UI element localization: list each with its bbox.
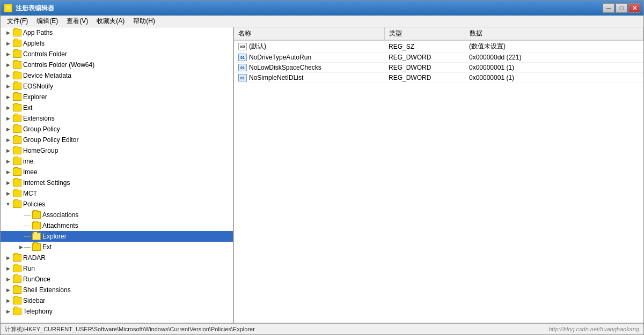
tree-toggle-internet-settings[interactable]: ▶	[5, 180, 11, 186]
minimize-button[interactable]: ─	[603, 3, 614, 13]
tree-item-internet-settings[interactable]: ▶ Internet Settings	[1, 177, 233, 188]
tree-item-eosnotify[interactable]: ▶ EOSNotify	[1, 81, 233, 92]
tree-toggle-mct[interactable]: ▶	[5, 190, 11, 197]
tree-label-imee: Imee	[23, 168, 38, 176]
tree-toggle-controls-folder-wow64[interactable]: ▶	[5, 62, 11, 68]
tree-item-ext[interactable]: ▶ Ext	[1, 102, 233, 113]
tree-label-controls-folder: Controls Folder	[23, 50, 67, 58]
reg-row-default-row[interactable]: ab(默认) REG_SZ (数值未设置)	[234, 40, 643, 53]
tree-toggle-applets[interactable]: ▶	[5, 40, 11, 47]
tree-item-telephony[interactable]: ▶ Telephony	[1, 306, 233, 317]
status-bar: 计算机\HKEY_CURRENT_USER\Software\Microsoft…	[1, 323, 643, 334]
tree-toggle-group-policy[interactable]: ▶	[5, 126, 11, 132]
tree-item-device-metadata[interactable]: ▶ Device Metadata	[1, 70, 233, 81]
tree-label-runonce: RunOnce	[23, 276, 50, 283]
folder-icon-ext-sub	[32, 243, 41, 251]
folder-icon-run	[13, 265, 21, 272]
tree-item-explorer-sub[interactable]: Explorer	[1, 231, 233, 242]
folder-icon-app-paths	[13, 29, 21, 36]
tree-toggle-telephony[interactable]: ▶	[5, 308, 11, 315]
tree-toggle-ext-sub[interactable]: ▶	[18, 244, 24, 250]
reg-data-nosimplenetidlist: 0x00000001 (1)	[465, 73, 643, 83]
menu-edit[interactable]: 编辑(E)	[32, 16, 62, 27]
folder-icon-runonce	[13, 276, 21, 283]
folder-icon-associations	[32, 211, 41, 219]
tree-item-sidebar[interactable]: ▶ Sidebar	[1, 295, 233, 306]
tree-toggle-app-paths[interactable]: ▶	[5, 29, 11, 36]
tree-item-attachments[interactable]: Attachments	[1, 220, 233, 231]
tree-label-ext-sub: Ext	[42, 243, 52, 251]
tree-toggle-controls-folder[interactable]: ▶	[5, 51, 11, 57]
tree-label-run: Run	[23, 265, 35, 272]
tree-toggle-ext[interactable]: ▶	[5, 105, 11, 111]
tree-toggle-shell-extensions[interactable]: ▶	[5, 287, 11, 293]
reg-data-nolowdiskspacechecks: 0x00000001 (1)	[465, 63, 643, 73]
folder-icon-controls-folder-wow64	[13, 61, 21, 69]
tree-toggle-explorer[interactable]: ▶	[5, 94, 11, 100]
tree-toggle-device-metadata[interactable]: ▶	[5, 72, 11, 79]
tree-item-runonce[interactable]: ▶ RunOnce	[1, 274, 233, 285]
tree-item-homegroup[interactable]: ▶ HomeGroup	[1, 145, 233, 156]
reg-row-nodrivetypeautorun[interactable]: 01NoDriveTypeAutoRun REG_DWORD 0x000000d…	[234, 53, 643, 63]
tree-toggle-ime[interactable]: ▶	[5, 158, 11, 165]
menu-file[interactable]: 文件(F)	[3, 16, 32, 27]
tree-item-ime[interactable]: ▶ ime	[1, 156, 233, 167]
tree-label-group-policy-editor: Group Policy Editor	[23, 136, 78, 144]
folder-icon-attachments	[32, 222, 41, 229]
tree-toggle-eosnotify[interactable]: ▶	[5, 83, 11, 90]
maximize-button[interactable]: □	[616, 3, 627, 13]
tree-toggle-policies[interactable]: ▼	[5, 201, 11, 207]
folder-icon-group-policy-editor	[13, 136, 21, 144]
tree-label-sidebar: Sidebar	[23, 297, 45, 304]
window-title: 注册表编辑器	[16, 4, 54, 13]
tree-item-group-policy[interactable]: ▶ Group Policy	[1, 124, 233, 135]
tree-toggle-extensions[interactable]: ▶	[5, 115, 11, 122]
menu-view[interactable]: 查看(V)	[62, 16, 92, 27]
reg-row-nosimplenetidlist[interactable]: 01NoSimpleNetIDList REG_DWORD 0x00000001…	[234, 73, 643, 83]
tree-toggle-imee[interactable]: ▶	[5, 169, 11, 175]
folder-icon-extensions	[13, 115, 21, 122]
tree-item-controls-folder-wow64[interactable]: ▶ Controls Folder (Wow64)	[1, 59, 233, 70]
tree-label-device-metadata: Device Metadata	[23, 72, 71, 79]
tree-item-explorer[interactable]: ▶ Explorer	[1, 92, 233, 102]
tree-item-app-paths[interactable]: ▶ App Paths	[1, 27, 233, 38]
tree-toggle-group-policy-editor[interactable]: ▶	[5, 137, 11, 143]
tree-item-shell-extensions[interactable]: ▶ Shell Extensions	[1, 285, 233, 295]
tree-item-imee[interactable]: ▶ Imee	[1, 167, 233, 177]
tree-item-associations[interactable]: Associations	[1, 210, 233, 220]
registry-table: 名称 类型 数据 ab(默认) REG_SZ (数值未设置) 01NoDrive…	[234, 27, 643, 83]
folder-icon-telephony	[13, 308, 21, 315]
reg-name-nolowdiskspacechecks: 01NoLowDiskSpaceChecks	[234, 63, 384, 73]
tree-toggle-runonce[interactable]: ▶	[5, 276, 11, 282]
reg-row-nolowdiskspacechecks[interactable]: 01NoLowDiskSpaceChecks REG_DWORD 0x00000…	[234, 63, 643, 73]
tree-toggle-sidebar[interactable]: ▶	[5, 297, 11, 304]
col-name-header: 名称	[234, 27, 384, 40]
tree-toggle-explorer-sub[interactable]	[18, 233, 24, 240]
close-button[interactable]: ✕	[628, 3, 640, 13]
title-buttons: ─ □ ✕	[603, 3, 640, 13]
tree-item-ext-sub[interactable]: ▶ Ext	[1, 242, 233, 252]
menu-favorites[interactable]: 收藏夹(A)	[92, 16, 129, 27]
tree-item-extensions[interactable]: ▶ Extensions	[1, 113, 233, 124]
tree-item-mct[interactable]: ▶ MCT	[1, 188, 233, 199]
tree-item-radar[interactable]: ▶ RADAR	[1, 252, 233, 263]
menu-help[interactable]: 帮助(H)	[129, 16, 159, 27]
folder-icon-policies	[13, 200, 21, 208]
tree-label-internet-settings: Internet Settings	[23, 179, 70, 187]
tree-item-group-policy-editor[interactable]: ▶ Group Policy Editor	[1, 135, 233, 145]
folder-icon-group-policy	[13, 125, 21, 133]
tree-item-policies[interactable]: ▼ Policies	[1, 199, 233, 210]
tree-label-app-paths: App Paths	[23, 29, 53, 36]
tree-toggle-homegroup[interactable]: ▶	[5, 147, 11, 154]
folder-icon-applets	[13, 40, 21, 47]
tree-panel[interactable]: ▶ App Paths ▶ Applets ▶ Controls Folder …	[1, 27, 234, 323]
tree-item-controls-folder[interactable]: ▶ Controls Folder	[1, 49, 233, 59]
tree-item-applets[interactable]: ▶ Applets	[1, 38, 233, 49]
tree-toggle-radar[interactable]: ▶	[5, 255, 11, 261]
tree-label-ext: Ext	[23, 104, 32, 111]
folder-icon-explorer	[13, 93, 21, 101]
tree-toggle-run[interactable]: ▶	[5, 265, 11, 272]
tree-toggle-associations[interactable]	[18, 212, 24, 218]
tree-toggle-attachments[interactable]	[18, 222, 24, 229]
tree-item-run[interactable]: ▶ Run	[1, 263, 233, 274]
